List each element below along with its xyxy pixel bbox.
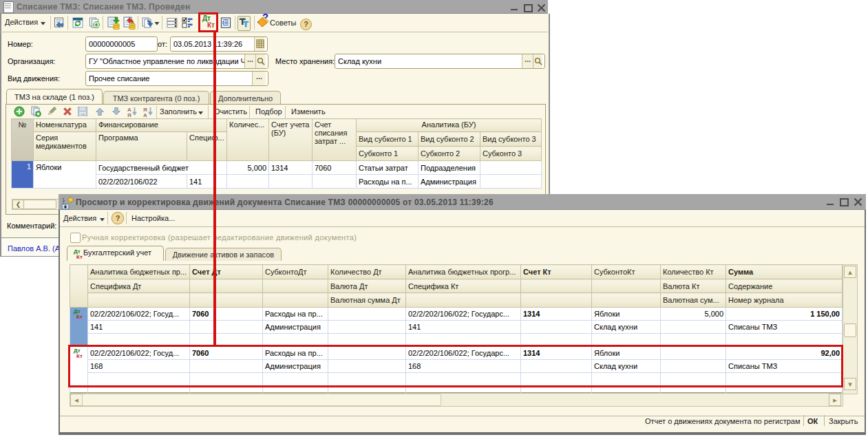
svg-text:ток: ток [81,113,86,116]
svg-text:Я: Я [127,112,131,118]
svg-text:А: А [143,112,147,118]
